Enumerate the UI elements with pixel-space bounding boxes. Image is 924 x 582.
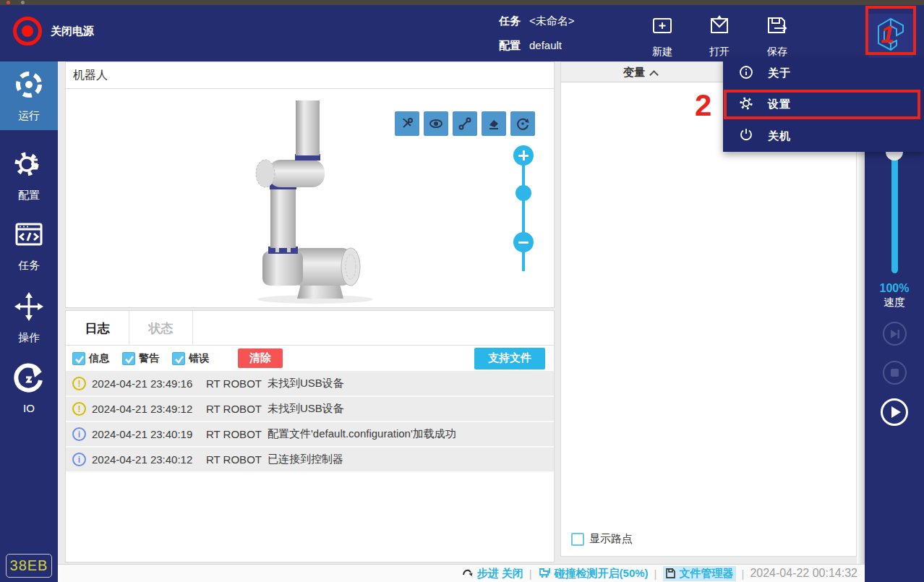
status-divider: |: [654, 568, 657, 580]
window-dot-icon: [21, 1, 25, 4]
run-target-icon: [13, 69, 45, 103]
status-badge: 38EB: [6, 554, 52, 578]
variables-title: 变量: [623, 66, 645, 80]
io-cycle-icon: [13, 361, 45, 396]
menu-item-about[interactable]: 关于: [723, 58, 924, 89]
sidebar-item-label: 操作: [18, 331, 40, 345]
robot-3d-viewport[interactable]: [66, 89, 554, 307]
stop-button[interactable]: [883, 361, 907, 385]
sidebar-item-run[interactable]: 运行: [0, 61, 58, 130]
collision-icon: [538, 567, 551, 581]
show-waypoints-row: 显示路点: [571, 532, 633, 546]
info-filter-checkbox[interactable]: [72, 352, 85, 365]
error-filter-checkbox[interactable]: [172, 352, 185, 365]
task-code-icon: [13, 218, 45, 253]
app-menu-logo-button[interactable]: [868, 14, 913, 58]
log-entry[interactable]: ! 2024-04-21 23:49:12 RT ROBOT 未找到USB设备: [66, 397, 554, 422]
sidebar-item-operate[interactable]: 操作: [0, 283, 58, 352]
top-header-bar: 关闭电源 任务 <未命名> 配置 default 新建: [0, 5, 924, 61]
power-off-button[interactable]: 关闭电源: [13, 17, 94, 46]
clear-log-button[interactable]: 清除: [238, 348, 283, 368]
move-arrows-icon: [13, 291, 45, 325]
log-entry[interactable]: i 2024-04-21 23:40:12 RT ROBOT 已连接到控制器: [66, 448, 554, 473]
show-waypoints-label: 显示路点: [589, 532, 633, 546]
open-task-button[interactable]: 打开: [696, 14, 743, 59]
collision-status[interactable]: 碰撞检测开启(50%): [538, 567, 649, 581]
new-task-label: 新建: [652, 46, 672, 59]
brand-cube-icon: [874, 17, 907, 56]
sidebar-item-task[interactable]: 任务: [0, 211, 58, 280]
skip-forward-button[interactable]: [883, 322, 907, 346]
menu-item-shutdown[interactable]: 关机: [723, 121, 924, 152]
warning-filter-checkbox[interactable]: [122, 352, 135, 365]
info-filter-label: 信息: [89, 352, 109, 365]
support-file-button[interactable]: 支持文件: [474, 348, 545, 369]
rotate-view-button[interactable]: [510, 111, 535, 136]
app-dropdown-menu: 关于 设置 关机: [723, 58, 924, 152]
chevron-up-icon: [649, 70, 659, 80]
sidebar-item-config[interactable]: 配置: [0, 141, 58, 210]
log-message: 已连接到控制器: [268, 453, 343, 466]
zoom-slider-handle[interactable]: [516, 185, 531, 201]
info-icon: [739, 65, 753, 82]
warning-icon: !: [72, 402, 86, 416]
path-points-button[interactable]: [453, 111, 477, 136]
zoom-slider-track[interactable]: [522, 155, 525, 271]
error-filter-label: 错误: [189, 352, 209, 365]
tab-log[interactable]: 日志: [66, 311, 129, 346]
log-source: RT ROBOT: [206, 453, 268, 466]
log-filter-row: 信息 警告 错误 清除 支持文件: [66, 346, 554, 372]
log-message: 配置文件'default.configuration'加载成功: [268, 427, 456, 441]
collision-label: 碰撞检测开启(50%): [555, 567, 649, 581]
left-sidebar: 运行 配置: [0, 61, 58, 582]
zoom-widget: [511, 145, 536, 283]
zoom-out-button[interactable]: [513, 232, 534, 252]
sidebar-item-io[interactable]: IO: [0, 354, 58, 422]
play-button[interactable]: [881, 398, 908, 426]
menu-item-label: 关机: [768, 129, 791, 143]
window-dot-icon: [7, 1, 10, 4]
step-mode-status[interactable]: 步进 关闭: [462, 567, 523, 581]
save-task-button[interactable]: 保存: [753, 14, 801, 59]
speed-slider-track[interactable]: [891, 147, 898, 273]
zoom-in-button[interactable]: [513, 145, 534, 166]
log-source: RT ROBOT: [206, 403, 268, 415]
new-task-button[interactable]: 新建: [638, 14, 686, 59]
app-window: 关闭电源 任务 <未命名> 配置 default 新建: [0, 0, 924, 582]
tools-button[interactable]: [395, 111, 419, 136]
warning-filter-label: 警告: [139, 352, 159, 365]
log-source: RT ROBOT: [206, 377, 268, 390]
step-mode-label: 步进 关闭: [477, 567, 523, 581]
save-task-label: 保存: [767, 46, 787, 59]
open-task-label: 打开: [709, 46, 730, 59]
menu-item-settings[interactable]: 设置: [723, 89, 924, 120]
log-entry[interactable]: i 2024-04-21 23:40:19 RT ROBOT 配置文件'defa…: [66, 422, 554, 448]
file-manager-label: 文件管理器: [680, 567, 734, 581]
menu-item-label: 设置: [768, 98, 791, 111]
log-time: 2024-04-21 23:40:12: [92, 453, 206, 466]
status-divider: |: [742, 568, 745, 580]
config-label: 配置: [499, 39, 521, 51]
config-value: default: [529, 39, 562, 51]
show-waypoints-checkbox[interactable]: [571, 533, 584, 546]
log-source: RT ROBOT: [206, 428, 268, 440]
visibility-button[interactable]: [424, 111, 448, 136]
log-entry[interactable]: ! 2024-04-21 23:49:16 RT ROBOT 未找到USB设备: [66, 372, 554, 397]
window-title-strip: [0, 0, 924, 5]
log-tabs: 日志 状态: [66, 311, 554, 346]
log-message: 未找到USB设备: [268, 402, 344, 416]
task-config-info: 任务 <未命名> 配置 default: [499, 14, 575, 64]
open-file-icon: [708, 14, 731, 37]
gear-icon: [739, 96, 753, 114]
file-manager-button[interactable]: 文件管理器: [663, 566, 736, 581]
robot-panel: 机器人: [65, 61, 555, 308]
play-icon: [891, 406, 901, 418]
tab-status[interactable]: 状态: [129, 311, 193, 346]
menu-item-label: 关于: [768, 67, 791, 80]
warning-icon: !: [72, 377, 86, 390]
eraser-button[interactable]: [482, 111, 506, 136]
clock-timestamp: 2024-04-22 00:14:32: [750, 567, 857, 580]
speed-label: 速度: [865, 296, 924, 309]
power-icon: [739, 127, 753, 145]
task-value: <未命名>: [529, 14, 575, 27]
